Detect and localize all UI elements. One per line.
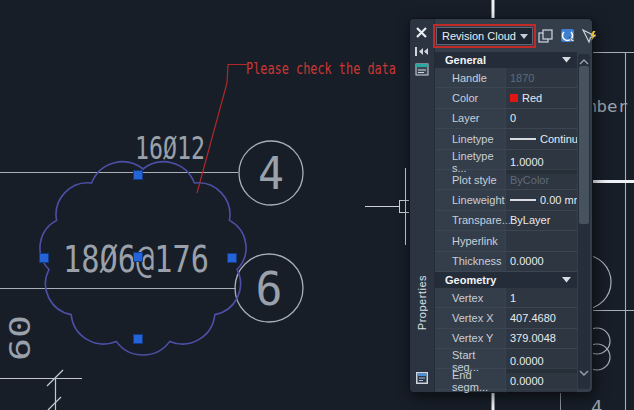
partial-text-bottom: 4	[591, 396, 602, 410]
properties-palette: Properties Revision Cloud GeneralHandle1…	[409, 18, 593, 393]
property-label: Vertex	[435, 288, 505, 307]
property-label: Vertex X	[435, 308, 505, 327]
property-label: Lineweight	[435, 190, 505, 209]
property-row: Vertex Y379.0048	[435, 329, 577, 349]
property-value-text: Continu	[540, 133, 577, 145]
property-value[interactable]: 0	[505, 109, 577, 128]
property-row: Layer0	[435, 109, 577, 129]
property-value-text: 0	[510, 112, 516, 124]
palette-titlebar: Revision Cloud	[434, 19, 592, 52]
selection-type-label: Revision Cloud	[442, 30, 516, 42]
property-value[interactable]: 0.00 mm	[505, 190, 577, 209]
property-value[interactable]: ByLayer	[505, 211, 577, 230]
property-label: Transpare...	[435, 211, 505, 230]
property-value[interactable]: Red	[505, 88, 577, 107]
select-objects-icon[interactable]	[560, 28, 577, 45]
property-row: Linetype s...1.0000	[435, 150, 577, 170]
cloud-grip[interactable]	[40, 254, 49, 263]
palette-content: Revision Cloud GeneralHandle1870ColorRed…	[434, 19, 592, 392]
property-value-text: 0.00 mm	[540, 194, 577, 206]
property-value[interactable]: 0.0000	[505, 369, 577, 393]
property-row: Lineweight0.00 mm	[435, 190, 577, 210]
property-value-text: 0.0000	[510, 355, 544, 367]
selection-type-dropdown[interactable]: Revision Cloud	[436, 27, 533, 45]
section-header-general[interactable]: General	[435, 52, 577, 68]
property-label: Thickness	[435, 252, 505, 271]
close-icon[interactable]	[414, 25, 430, 41]
crosshair-cursor	[365, 168, 412, 245]
pickadd-toggle-icon[interactable]	[537, 28, 554, 45]
property-value-text: 1	[510, 292, 516, 304]
property-label: Vertex Y	[435, 329, 505, 348]
property-value-text: 407.4680	[510, 312, 556, 324]
property-value-text: Red	[522, 92, 542, 104]
scrollbar-thumb[interactable]	[579, 66, 589, 224]
property-label: Layer	[435, 109, 505, 128]
cloud-grip[interactable]	[134, 171, 143, 180]
property-value-text: ByLayer	[510, 214, 550, 226]
rebar-label-top: 16Ø12	[135, 129, 205, 167]
callout-6-label: 6	[256, 262, 283, 316]
chevron-down-icon	[562, 57, 571, 63]
chevron-down-icon	[562, 277, 571, 283]
property-row: End segm...0.0000	[435, 369, 577, 389]
quick-select-icon[interactable]	[581, 28, 598, 45]
cloud-grip[interactable]	[228, 254, 237, 263]
property-row: ColorRed	[435, 88, 577, 108]
property-row: Hyperlink	[435, 231, 577, 251]
property-label: Color	[435, 88, 505, 107]
property-row: Transpare...ByLayer	[435, 211, 577, 231]
properties-tab[interactable]: Properties	[410, 248, 434, 358]
palette-sections: GeneralHandle1870ColorRedLayer0LinetypeC…	[435, 52, 577, 390]
property-value[interactable]: 407.4680	[505, 308, 577, 327]
property-value[interactable]: 1	[505, 288, 577, 307]
autohide-icon[interactable]	[414, 44, 430, 60]
callout-4-label: 4	[258, 148, 284, 199]
property-value-text: 1870	[510, 72, 534, 84]
linetype-glyph-icon	[510, 199, 536, 201]
palette-menu-icon[interactable]	[414, 62, 430, 78]
property-label: Hyperlink	[435, 231, 505, 250]
scroll-down-icon[interactable]	[578, 364, 590, 375]
property-value[interactable]: ByColor	[505, 170, 577, 189]
section-label: Geometry	[445, 274, 496, 286]
dim-60-label: 60	[3, 315, 37, 361]
property-value-text: 379.0048	[510, 332, 556, 344]
property-row: LinetypeContinu	[435, 129, 577, 149]
property-row: Start seg...0.0000	[435, 349, 577, 369]
property-row: Vertex1	[435, 288, 577, 308]
property-value[interactable]: 1870	[505, 68, 577, 87]
dimension-lines	[0, 370, 82, 410]
property-row: Thickness0.0000	[435, 252, 577, 272]
property-value[interactable]: 379.0048	[505, 329, 577, 348]
property-label: Plot style	[435, 170, 505, 189]
section-header-geometry[interactable]: Geometry	[435, 272, 577, 288]
property-value-text: 1.0000	[510, 156, 544, 168]
property-label: End segm...	[435, 369, 505, 393]
property-value[interactable]: 0.0000	[505, 252, 577, 271]
chevron-down-icon	[520, 34, 528, 40]
section-label: General	[445, 54, 486, 66]
scroll-up-icon[interactable]	[578, 54, 590, 65]
property-row: Plot styleByColor	[435, 170, 577, 190]
palette-rail: Properties	[410, 19, 435, 392]
properties-tab-icon	[414, 370, 430, 386]
property-value-text: 0.0000	[510, 255, 544, 267]
property-value-text: ByColor	[510, 174, 549, 186]
cloud-grip[interactable]	[134, 335, 143, 344]
color-swatch-icon	[510, 94, 518, 102]
cloud-grip[interactable]	[134, 253, 143, 262]
property-value[interactable]	[505, 231, 577, 250]
palette-scrollbar[interactable]	[578, 54, 590, 389]
property-value[interactable]: Continu	[505, 129, 577, 148]
properties-tab-label: Properties	[416, 275, 428, 330]
property-label: Linetype	[435, 129, 505, 148]
property-value-text: 0.0000	[510, 375, 544, 387]
property-row: Vertex X407.4680	[435, 308, 577, 328]
property-label: Handle	[435, 68, 505, 87]
annotation-text: Please check the data	[246, 59, 396, 78]
property-row: Handle1870	[435, 68, 577, 88]
linetype-glyph-icon	[510, 138, 536, 140]
